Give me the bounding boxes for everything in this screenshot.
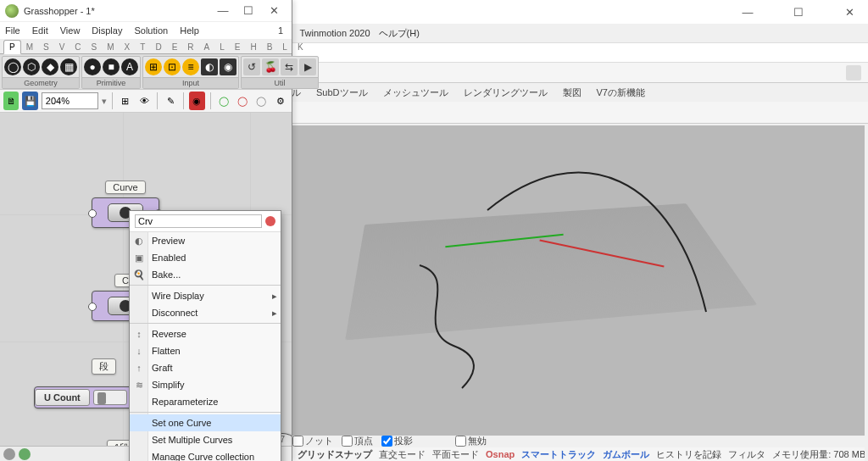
gh-tab[interactable]: R [182, 41, 198, 53]
osnap-knot-checkbox[interactable] [292, 436, 303, 447]
rhino-osnap-bar[interactable]: ノット 頂点 投影 無効 [292, 434, 865, 447]
osnap-vertex-checkbox[interactable] [342, 436, 353, 447]
status-gumball[interactable]: ガムボール [603, 448, 649, 461]
gh-tab[interactable]: S [38, 41, 54, 53]
new-file-icon[interactable]: 🗎 [3, 92, 19, 110]
settings-icon[interactable]: ⚙ [273, 92, 288, 110]
gh-menu-bar[interactable]: File Edit View Display Solution Help 1 [0, 22, 292, 39]
component-icon[interactable]: ◐ [201, 58, 218, 75]
close-icon[interactable]: ✕ [834, 2, 865, 22]
gh-menu-help[interactable]: Help [180, 25, 199, 36]
ctx-reparameterize[interactable]: Reparameterize [130, 393, 281, 410]
ctx-wire-display[interactable]: Wire Display▸ [130, 287, 281, 304]
ctx-disconnect[interactable]: Disconnect▸ [130, 304, 281, 321]
gh-menu-display[interactable]: Display [92, 25, 122, 36]
status-history[interactable]: ヒストリを記録 [656, 448, 721, 461]
gh-menu-edit[interactable]: Edit [32, 25, 48, 36]
component-icon[interactable]: ⊞ [145, 58, 162, 75]
close-icon[interactable]: ✕ [261, 2, 287, 20]
context-menu-name-input[interactable] [135, 214, 262, 228]
status-osnap[interactable]: Osnap [486, 449, 515, 459]
rhino-tool-tab[interactable]: 製図 [563, 86, 581, 99]
gh-title-bar[interactable]: Grasshopper - 1* ― ☐ ✕ [0, 0, 292, 22]
gh-tab[interactable]: D [150, 41, 166, 53]
ctx-enabled[interactable]: ▣Enabled [130, 249, 281, 266]
rhino-status-bar[interactable]: グリッドスナップ 直交モード 平面モード Osnap スマートトラック ガムボー… [292, 447, 865, 461]
component-icon[interactable]: ⬡ [23, 58, 40, 75]
status-ortho[interactable]: 直交モード [379, 448, 426, 461]
mru-icon[interactable] [19, 448, 31, 460]
preview-off-icon[interactable]: ◯ [253, 92, 269, 110]
ctx-set-one-curve[interactable]: Set one Curve [130, 414, 281, 431]
component-icon[interactable]: ▦ [60, 58, 77, 75]
rhino-tool-tab[interactable]: メッシュツール [383, 86, 448, 99]
ctx-set-multiple-curves[interactable]: Set Multiple Curves [130, 431, 281, 448]
gh-tab[interactable]: L [277, 41, 292, 53]
component-icon[interactable]: ◯ [4, 58, 21, 75]
rhino-perspective-viewport[interactable] [292, 125, 865, 436]
ctx-reverse[interactable]: ↕Reverse [130, 325, 281, 342]
ctx-manage-collection[interactable]: Manage Curve collection [130, 448, 281, 461]
ctx-graft[interactable]: ↑Graft [130, 359, 281, 376]
gh-menu-solution[interactable]: Solution [134, 25, 168, 36]
rhino-menu-item[interactable]: Twinmotion 2020 [299, 28, 370, 38]
ctx-flatten[interactable]: ↓Flatten [130, 342, 281, 359]
component-icon[interactable]: ≡ [182, 58, 199, 75]
gh-tab[interactable]: X [120, 41, 136, 53]
rhino-menu-item[interactable]: ヘルプ(H) [379, 27, 420, 40]
gh-tab[interactable]: E [167, 41, 183, 53]
u-count-slider[interactable]: U Count [34, 386, 136, 408]
status-smarttrack[interactable]: スマートトラック [521, 448, 596, 461]
preview-icon[interactable]: 👁 [136, 92, 152, 110]
component-icon[interactable]: A [121, 58, 138, 75]
component-icon[interactable]: ↺ [243, 58, 260, 75]
rhino-tool-tab[interactable]: SubDツール [316, 86, 368, 99]
gh-tab[interactable]: V [54, 41, 70, 53]
gh-tab[interactable]: P [3, 40, 21, 54]
runtime-warning-icon[interactable] [265, 216, 275, 226]
component-icon[interactable]: ⇆ [281, 58, 298, 75]
osnap-project-checkbox[interactable] [381, 436, 392, 447]
gh-tab[interactable]: C [70, 41, 86, 53]
slider-track[interactable] [93, 390, 127, 405]
component-icon[interactable]: 🍒 [262, 58, 279, 75]
rhino-tool-tab[interactable]: レンダリングツール [464, 86, 548, 99]
minimize-icon[interactable]: ― [210, 2, 236, 20]
ctx-preview[interactable]: ◐Preview [130, 232, 281, 249]
save-icon[interactable]: 💾 [22, 92, 37, 110]
gh-tab[interactable]: L [214, 41, 230, 53]
gh-menu-file[interactable]: File [5, 25, 20, 36]
osnap-disable-checkbox[interactable] [455, 436, 466, 447]
component-icon[interactable]: ● [84, 58, 101, 75]
component-icon[interactable]: ⊡ [164, 58, 181, 75]
ctx-simplify[interactable]: ≋Simplify [130, 376, 281, 393]
component-icon[interactable]: ◆ [42, 58, 58, 75]
rhino-tool-tab[interactable]: V7の新機能 [597, 86, 645, 99]
gh-tab[interactable]: K [292, 41, 309, 53]
component-icon[interactable]: ■ [103, 58, 120, 75]
status-planar[interactable]: 平面モード [432, 448, 479, 461]
gh-tab[interactable]: T [135, 41, 150, 53]
gh-tab[interactable]: B [262, 41, 278, 53]
component-icon[interactable]: ◉ [220, 58, 236, 75]
gh-tab[interactable]: E [230, 41, 246, 53]
status-filter[interactable]: フィルタ [728, 448, 765, 461]
gh-component-tabs[interactable]: P M S V C S M X T D E R A L E H B L K [0, 39, 292, 54]
gh-tab[interactable]: S [86, 41, 103, 53]
component-icon[interactable]: ▶ [299, 58, 316, 75]
mru-icon[interactable] [3, 448, 15, 460]
zoom-extents-icon[interactable]: ⊞ [117, 92, 132, 110]
minimize-icon[interactable]: ― [732, 2, 763, 22]
sketch-icon[interactable]: ✎ [163, 92, 178, 110]
gh-tab[interactable]: H [245, 41, 261, 53]
preview-green-icon[interactable]: ◯ [215, 92, 231, 110]
gh-tab[interactable]: M [21, 41, 38, 53]
gh-tab[interactable]: M [102, 41, 119, 53]
status-grid[interactable]: グリッドスナップ [298, 448, 372, 461]
zoom-level-input[interactable]: 204% [42, 92, 98, 109]
dropdown-icon[interactable] [846, 65, 861, 81]
gh-tab[interactable]: A [199, 41, 215, 53]
maximize-icon[interactable]: ☐ [783, 2, 814, 22]
preview-red-icon[interactable]: ◯ [235, 92, 250, 110]
shade-icon[interactable]: ◉ [189, 92, 204, 110]
